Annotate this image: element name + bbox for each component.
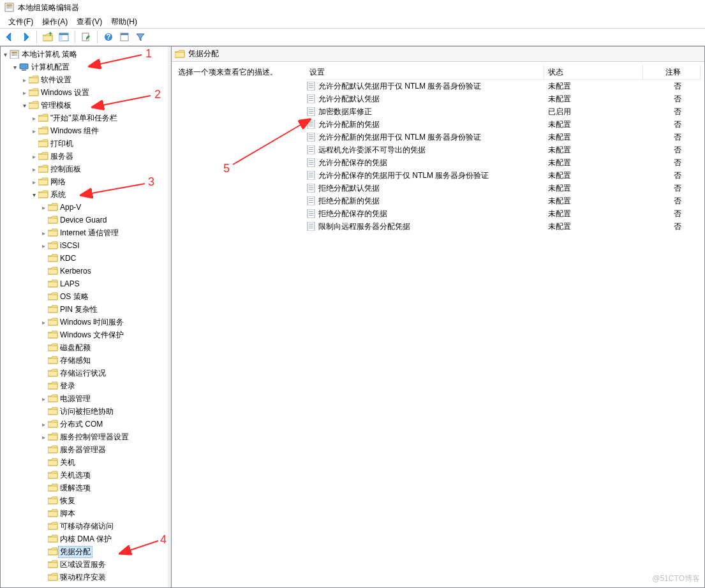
tree-item[interactable]: 软件设置	[1, 73, 168, 86]
list-row[interactable]: 拒绝分配保存的凭据未配置否	[306, 207, 701, 220]
tree-item[interactable]: 管理模板	[1, 99, 168, 112]
tree-item[interactable]: App-V	[1, 201, 168, 214]
list-row[interactable]: 允许分配新的凭据用于仅 NTLM 服务器身份验证未配置否	[306, 131, 701, 143]
chevron-right-icon[interactable]	[29, 166, 38, 173]
tree-item[interactable]: 服务器管理器	[1, 443, 168, 456]
tree-item[interactable]: 服务控制管理器设置	[1, 430, 168, 443]
chevron-down-icon[interactable]	[20, 102, 29, 109]
tree-item[interactable]: 控制面板	[1, 163, 168, 175]
tree-item[interactable]: PIN 复杂性	[1, 303, 168, 316]
up-button[interactable]	[41, 30, 55, 44]
tree-item[interactable]: Windows 设置	[1, 86, 168, 99]
help-button[interactable]: ?	[101, 30, 115, 44]
tree-item[interactable]: "开始"菜单和任务栏	[1, 112, 168, 124]
tree-item[interactable]: 电源管理	[1, 392, 168, 405]
col-status[interactable]: 状态	[544, 65, 643, 80]
list-row[interactable]: 拒绝分配新的凭据未配置否	[306, 195, 701, 207]
tree-item[interactable]: Windows 时间服务	[1, 316, 168, 328]
folder-icon	[48, 547, 58, 556]
tree-item[interactable]: 区域设置服务	[1, 558, 168, 571]
chevron-down-icon[interactable]	[10, 64, 19, 71]
tree-item[interactable]: Kerberos	[1, 265, 168, 277]
list-row[interactable]: 限制向远程服务器分配凭据未配置否	[306, 220, 701, 233]
tree-item[interactable]: 驱动程序安装	[1, 571, 168, 584]
forward-button[interactable]	[19, 30, 33, 44]
folder-icon	[48, 534, 58, 543]
tree-item[interactable]: 网络	[1, 175, 168, 188]
tree-item-label: Windows 设置	[39, 87, 91, 99]
filter-button[interactable]	[133, 30, 147, 44]
chevron-right-icon[interactable]	[39, 230, 48, 237]
chevron-right-icon[interactable]	[39, 434, 48, 441]
chevron-down-icon[interactable]	[29, 191, 38, 198]
tree-item[interactable]: 分布式 COM	[1, 418, 168, 430]
tree-item[interactable]: 凭据分配	[1, 545, 168, 558]
list-row[interactable]: 允许分配默认凭据未配置否	[306, 92, 701, 105]
chevron-right-icon[interactable]	[20, 77, 29, 84]
folder-icon	[48, 483, 58, 492]
col-setting[interactable]: 设置	[306, 65, 544, 80]
list-row[interactable]: 允许分配默认凭据用于仅 NTLM 服务器身份验证未配置否	[306, 80, 701, 92]
tree-item[interactable]: Windows 组件	[1, 124, 168, 137]
tree-item[interactable]: LAPS	[1, 277, 168, 290]
tree-item[interactable]: 系统	[1, 188, 168, 201]
tree-item[interactable]: Windows 文件保护	[1, 328, 168, 341]
list-row[interactable]: 允许分配新的凭据未配置否	[306, 118, 701, 131]
tree-item-label: 计算机配置	[29, 61, 71, 73]
tree-item[interactable]: 磁盘配额	[1, 341, 168, 354]
folder-icon	[48, 445, 58, 454]
menu-file[interactable]: 文件(F)	[4, 15, 37, 29]
setting-name: 允许分配保存的凭据	[318, 158, 387, 168]
col-comment[interactable]: 注释	[643, 65, 701, 80]
chevron-right-icon[interactable]	[39, 204, 48, 211]
chevron-right-icon[interactable]	[29, 153, 38, 160]
tree-item[interactable]: 访问被拒绝协助	[1, 405, 168, 418]
chevron-right-icon[interactable]	[39, 395, 48, 402]
list-row[interactable]: 加密数据库修正已启用否	[306, 105, 701, 118]
tree-item[interactable]: iSCSI	[1, 239, 168, 252]
tree-item[interactable]: 恢复	[1, 494, 168, 507]
chevron-right-icon[interactable]	[39, 242, 48, 249]
chevron-down-icon[interactable]	[1, 51, 10, 58]
tree-item[interactable]: KDC	[1, 252, 168, 265]
tree-item[interactable]: 本地计算机 策略	[1, 48, 168, 61]
show-hide-tree-button[interactable]	[57, 30, 71, 44]
chevron-right-icon[interactable]	[29, 179, 38, 186]
tree-item[interactable]: 关机	[1, 456, 168, 469]
tree-pane[interactable]: 本地计算机 策略计算机配置软件设置Windows 设置管理模板"开始"菜单和任务…	[0, 46, 168, 588]
chevron-right-icon[interactable]	[29, 115, 38, 122]
title-bar: 本地组策略编辑器	[0, 0, 705, 15]
tree-item[interactable]: 存储运行状况	[1, 367, 168, 379]
tree-item[interactable]: Device Guard	[1, 214, 168, 226]
chevron-right-icon[interactable]	[39, 421, 48, 428]
tree-item[interactable]: 缓解选项	[1, 481, 168, 494]
export-button[interactable]	[79, 30, 93, 44]
tree-item[interactable]: 计算机配置	[1, 61, 168, 73]
chevron-right-icon[interactable]	[29, 128, 38, 135]
tree-item[interactable]: OS 策略	[1, 290, 168, 303]
menu-view[interactable]: 查看(V)	[73, 15, 106, 29]
tree-item[interactable]: Internet 通信管理	[1, 226, 168, 239]
tree-item[interactable]: 服务器	[1, 150, 168, 163]
tree-item[interactable]: 内核 DMA 保护	[1, 533, 168, 545]
list-row[interactable]: 允许分配保存的凭据未配置否	[306, 156, 701, 169]
list-row[interactable]: 拒绝分配默认凭据未配置否	[306, 182, 701, 195]
list-row[interactable]: 远程机允许委派不可导出的凭据未配置否	[306, 143, 701, 156]
menu-action[interactable]: 操作(A)	[38, 15, 71, 29]
folder-icon	[48, 522, 58, 531]
tree-item[interactable]: 关机选项	[1, 469, 168, 481]
tree-item[interactable]: 脚本	[1, 507, 168, 520]
annotation-3: 3	[148, 175, 154, 189]
tree-item[interactable]: 打印机	[1, 137, 168, 150]
folder-icon	[48, 407, 58, 416]
menu-help[interactable]: 帮助(H)	[107, 15, 141, 29]
tree-item[interactable]: 存储感知	[1, 354, 168, 367]
chevron-right-icon[interactable]	[39, 319, 48, 326]
tree-item-label: 打印机	[48, 138, 75, 150]
tree-item[interactable]: 登录	[1, 379, 168, 392]
properties-button[interactable]	[117, 30, 131, 44]
list-row[interactable]: 允许分配保存的凭据用于仅 NTLM 服务器身份验证未配置否	[306, 169, 701, 182]
chevron-right-icon[interactable]	[20, 89, 29, 96]
tree-item[interactable]: 可移动存储访问	[1, 520, 168, 533]
back-button[interactable]	[3, 30, 17, 44]
